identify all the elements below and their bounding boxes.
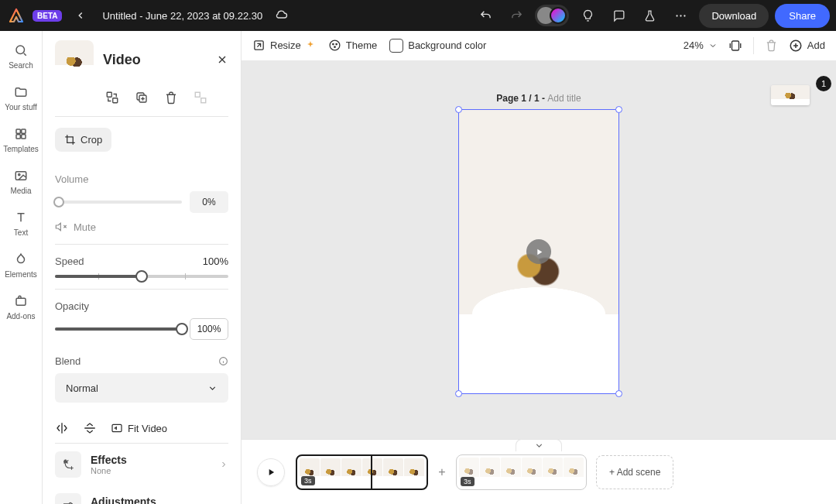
opacity-input[interactable]: 100% bbox=[190, 318, 228, 340]
color-swatch bbox=[389, 39, 403, 53]
svg-rect-10 bbox=[16, 298, 26, 305]
svg-rect-5 bbox=[22, 129, 26, 133]
flip-vertical-button[interactable] bbox=[83, 421, 97, 435]
zoom-control[interactable]: 24% bbox=[684, 39, 718, 51]
undo-button[interactable] bbox=[473, 3, 498, 28]
label: Your stuff bbox=[5, 103, 37, 111]
experiments-icon[interactable] bbox=[637, 3, 662, 28]
label: Templates bbox=[3, 145, 39, 153]
theme-button[interactable]: Theme bbox=[328, 39, 377, 52]
comment-icon[interactable] bbox=[606, 3, 631, 28]
ungroup-icon[interactable] bbox=[191, 88, 210, 107]
flip-horizontal-button[interactable] bbox=[55, 421, 69, 435]
adjustments-icon bbox=[55, 493, 81, 504]
sidebar-item-templates[interactable]: Templates bbox=[0, 121, 42, 159]
share-button[interactable]: Share bbox=[775, 4, 830, 28]
svg-rect-6 bbox=[16, 135, 20, 139]
svg-point-3 bbox=[16, 46, 25, 54]
svg-point-0 bbox=[676, 15, 677, 16]
resize-handle[interactable] bbox=[615, 106, 622, 113]
speed-slider[interactable] bbox=[55, 275, 228, 278]
cloud-sync-icon[interactable] bbox=[269, 3, 293, 28]
speed-value: 100% bbox=[203, 255, 228, 267]
sidebar-item-yourstuff[interactable]: Your stuff bbox=[0, 79, 42, 118]
svg-rect-26 bbox=[732, 41, 738, 50]
resize-handle[interactable] bbox=[615, 390, 622, 397]
help-icon[interactable] bbox=[575, 3, 600, 28]
volume-slider[interactable] bbox=[55, 201, 182, 204]
svg-point-23 bbox=[332, 43, 333, 44]
delete-icon[interactable] bbox=[162, 88, 180, 107]
video-thumbnail bbox=[55, 40, 94, 79]
info-icon[interactable] bbox=[218, 356, 228, 366]
svg-rect-4 bbox=[16, 129, 20, 133]
timeline-segment[interactable]: 3s bbox=[296, 454, 428, 490]
svg-point-2 bbox=[684, 15, 685, 16]
add-page-button[interactable]: Add bbox=[789, 39, 825, 53]
volume-label: Volume bbox=[55, 173, 228, 185]
svg-text:fx: fx bbox=[64, 459, 69, 464]
sparkle-icon bbox=[306, 40, 316, 50]
duplicate-icon[interactable] bbox=[132, 88, 151, 107]
svg-rect-7 bbox=[22, 135, 26, 139]
chevron-down-icon bbox=[708, 41, 718, 50]
page-indicator[interactable]: Page 1 / 1 - Add title bbox=[496, 93, 581, 104]
sidebar-item-text[interactable]: Text bbox=[0, 204, 42, 243]
label: Add-ons bbox=[6, 312, 35, 321]
download-button[interactable]: Download bbox=[699, 4, 769, 28]
adjustments-row[interactable]: AdjustmentsNone bbox=[43, 485, 241, 504]
close-panel-button[interactable] bbox=[216, 53, 228, 66]
panel-title: Video bbox=[103, 52, 141, 68]
replace-icon[interactable] bbox=[103, 88, 122, 107]
back-button[interactable] bbox=[68, 3, 93, 28]
collapse-timeline-button[interactable] bbox=[516, 439, 562, 451]
crop-button[interactable]: Crop bbox=[55, 128, 111, 152]
effects-row[interactable]: fx EffectsNone bbox=[43, 444, 241, 485]
sidebar-item-search[interactable]: Search bbox=[0, 37, 42, 76]
effects-icon: fx bbox=[55, 451, 81, 478]
blend-select[interactable]: Normal bbox=[55, 373, 228, 403]
playhead[interactable] bbox=[371, 454, 372, 490]
label: Search bbox=[9, 61, 33, 70]
document-title[interactable]: Untitled - June 22, 2023 at 09.22.30 bbox=[102, 10, 262, 22]
label: Text bbox=[14, 228, 28, 237]
add-scene-button[interactable]: + Add scene bbox=[596, 455, 673, 489]
more-icon[interactable] bbox=[668, 3, 693, 28]
sidebar-item-addons[interactable]: Add-ons bbox=[0, 288, 42, 327]
opacity-label: Opacity bbox=[55, 300, 228, 312]
insert-segment-button[interactable]: + bbox=[437, 468, 447, 477]
timeline-play-button[interactable] bbox=[257, 458, 285, 486]
app-logo[interactable] bbox=[6, 5, 26, 26]
fit-video-button[interactable]: Fit Video bbox=[111, 422, 167, 434]
resize-handle[interactable] bbox=[455, 390, 462, 397]
svg-rect-14 bbox=[195, 92, 200, 97]
svg-point-22 bbox=[330, 40, 340, 50]
resize-handle[interactable] bbox=[455, 106, 462, 113]
selected-video-object[interactable] bbox=[458, 109, 619, 394]
resize-button[interactable]: Resize bbox=[252, 39, 316, 52]
svg-rect-12 bbox=[113, 98, 118, 103]
delete-page-icon[interactable] bbox=[765, 39, 778, 52]
beta-badge: BETA bbox=[33, 10, 62, 22]
timeline-segment[interactable]: 3s bbox=[456, 454, 587, 490]
page-thumbnail[interactable]: 1 bbox=[771, 84, 825, 107]
svg-rect-15 bbox=[201, 98, 206, 103]
volume-value: 0% bbox=[190, 191, 228, 213]
svg-point-25 bbox=[334, 46, 335, 47]
sidebar-item-media[interactable]: Media bbox=[0, 163, 42, 201]
label: Media bbox=[10, 187, 31, 195]
play-overlay-icon[interactable] bbox=[526, 239, 551, 264]
redo-button[interactable] bbox=[504, 3, 529, 28]
label: Elements bbox=[5, 270, 37, 279]
mute-toggle[interactable]: Mute bbox=[55, 221, 228, 233]
collaborator-avatars[interactable] bbox=[535, 5, 569, 26]
svg-point-1 bbox=[680, 15, 681, 16]
layers-icon[interactable] bbox=[728, 39, 742, 53]
svg-point-9 bbox=[19, 173, 20, 175]
blend-label: Blend bbox=[55, 355, 81, 367]
sidebar-item-elements[interactable]: Elements bbox=[0, 246, 42, 285]
bgcolor-button[interactable]: Background color bbox=[389, 39, 486, 53]
svg-rect-11 bbox=[107, 92, 111, 97]
opacity-slider[interactable] bbox=[55, 327, 182, 331]
chevron-right-icon bbox=[219, 460, 228, 469]
